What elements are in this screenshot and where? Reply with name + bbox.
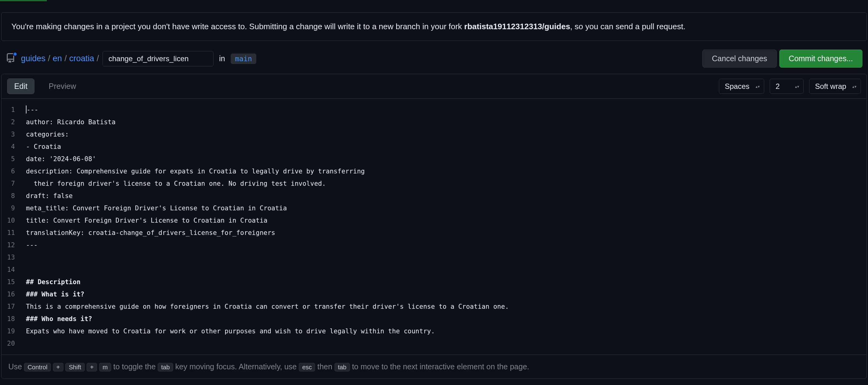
line-number: 4 xyxy=(7,141,15,153)
kbd-m: m xyxy=(99,363,111,372)
line-number: 12 xyxy=(7,239,15,251)
line-number: 2 xyxy=(7,116,15,128)
kbd-shift: Shift xyxy=(65,363,84,372)
code-line[interactable]: translationKey: croatia-change_of_driver… xyxy=(26,226,866,239)
line-number: 18 xyxy=(7,313,15,325)
wrap-mode-select-wrap: Soft wrap xyxy=(809,79,861,94)
kbd-plus: + xyxy=(87,363,97,372)
code-line[interactable]: - Croatia xyxy=(26,141,866,153)
wrap-mode-select[interactable]: Soft wrap xyxy=(809,79,861,94)
breadcrumb: guides / en / croatia / xyxy=(21,54,100,63)
code-line[interactable]: --- xyxy=(26,104,866,116)
indent-size-select[interactable]: 2 xyxy=(770,79,804,94)
filename-input[interactable] xyxy=(102,51,213,66)
line-number: 3 xyxy=(7,128,15,141)
breadcrumb-link-croatia[interactable]: croatia xyxy=(69,54,94,63)
code-line[interactable]: their foreign driver's license to a Croa… xyxy=(26,177,866,190)
tab-edit[interactable]: Edit xyxy=(7,78,34,94)
line-number: 17 xyxy=(7,301,15,313)
indent-size-select-wrap: 2 xyxy=(770,79,804,94)
line-number: 7 xyxy=(7,177,15,190)
repo-icon xyxy=(5,53,16,64)
breadcrumb-link-en[interactable]: en xyxy=(53,54,62,63)
cancel-button[interactable]: Cancel changes xyxy=(702,49,777,68)
line-number: 16 xyxy=(7,288,15,301)
indent-mode-select[interactable]: Spaces xyxy=(719,79,764,94)
code-line[interactable]: draft: false xyxy=(26,190,866,202)
line-number: 19 xyxy=(7,325,15,337)
code-line[interactable]: description: Comprehensive guide for exp… xyxy=(26,165,866,177)
code-line[interactable] xyxy=(26,337,866,350)
line-number: 8 xyxy=(7,190,15,202)
line-number: 1 xyxy=(7,104,15,116)
code-line[interactable]: This is a comprehensive guide on how for… xyxy=(26,301,866,313)
loading-progress xyxy=(0,0,47,1)
code-line[interactable] xyxy=(26,264,866,276)
file-toolbar: guides / en / croatia / in main Cancel c… xyxy=(0,41,868,74)
kbd-control: Control xyxy=(24,363,51,372)
code-line[interactable]: ### What is it? xyxy=(26,288,866,301)
editor: Edit Preview Spaces 2 Soft wrap 12345 xyxy=(1,74,867,379)
line-number: 13 xyxy=(7,251,15,264)
code-line[interactable]: categories: xyxy=(26,128,866,141)
code-line[interactable]: meta_title: Convert Foreign Driver's Lic… xyxy=(26,202,866,214)
line-number: 11 xyxy=(7,226,15,239)
fork-notice: You're making changes in a project you d… xyxy=(1,12,867,41)
line-number: 14 xyxy=(7,264,15,276)
line-number: 10 xyxy=(7,214,15,226)
line-number: 6 xyxy=(7,165,15,177)
line-number: 15 xyxy=(7,276,15,288)
indent-mode-select-wrap: Spaces xyxy=(719,79,764,94)
kbd-tab: tab xyxy=(335,363,350,372)
code-line[interactable]: date: '2024-06-08' xyxy=(26,153,866,165)
line-number: 20 xyxy=(7,337,15,350)
kbd-esc: esc xyxy=(299,363,315,372)
kbd-plus: + xyxy=(53,363,63,372)
unsaved-indicator-dot xyxy=(13,52,17,56)
line-number: 5 xyxy=(7,153,15,165)
tab-preview[interactable]: Preview xyxy=(42,79,83,94)
breadcrumb-link-guides[interactable]: guides xyxy=(21,54,45,63)
commit-button[interactable]: Commit changes... xyxy=(779,49,863,68)
line-number: 9 xyxy=(7,202,15,214)
code-line[interactable]: author: Ricardo Batista xyxy=(26,116,866,128)
code-line[interactable]: ## Description xyxy=(26,276,866,288)
code-line[interactable]: ### Who needs it? xyxy=(26,313,866,325)
keyboard-hint: Use Control + Shift + m to toggle the ta… xyxy=(2,355,866,379)
branch-badge[interactable]: main xyxy=(231,54,256,64)
code-line[interactable]: Expats who have moved to Croatia for wor… xyxy=(26,325,866,337)
line-number-gutter: 1234567891011121314151617181920 xyxy=(2,99,24,355)
code-line[interactable]: --- xyxy=(26,239,866,251)
code-line[interactable] xyxy=(26,251,866,264)
in-label: in xyxy=(219,54,225,63)
code-area[interactable]: ---author: Ricardo Batistacategories:- C… xyxy=(24,99,866,355)
code-line[interactable]: title: Convert Foreign Driver's License … xyxy=(26,214,866,226)
kbd-tab: tab xyxy=(158,363,173,372)
